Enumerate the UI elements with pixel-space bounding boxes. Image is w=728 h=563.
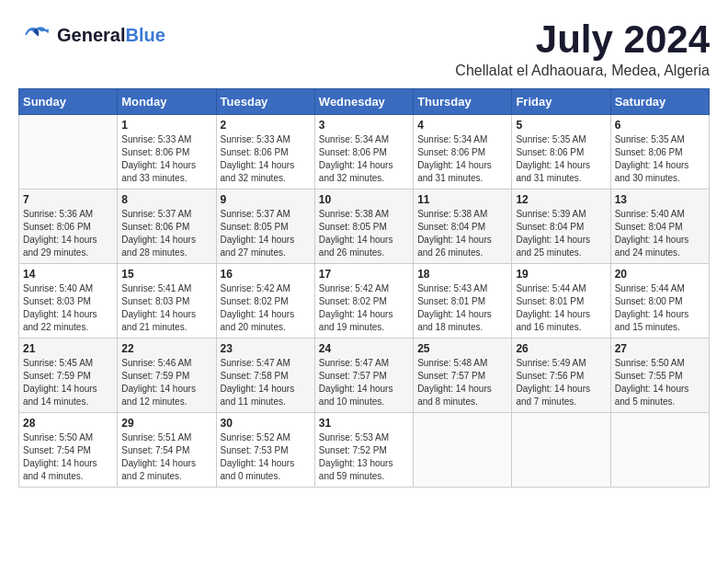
day-info: Sunrise: 5:35 AMSunset: 8:06 PMDaylight:… xyxy=(615,133,705,185)
day-number: 29 xyxy=(121,417,211,430)
calendar-cell: 9Sunrise: 5:37 AMSunset: 8:05 PMDaylight… xyxy=(216,190,314,264)
calendar-week-row: 14Sunrise: 5:40 AMSunset: 8:03 PMDayligh… xyxy=(19,264,710,339)
day-info: Sunrise: 5:44 AMSunset: 8:00 PMDaylight:… xyxy=(615,282,705,334)
day-number: 6 xyxy=(615,119,705,132)
calendar-cell: 28Sunrise: 5:50 AMSunset: 7:54 PMDayligh… xyxy=(19,413,118,488)
calendar-cell: 16Sunrise: 5:42 AMSunset: 8:02 PMDayligh… xyxy=(216,264,314,339)
day-number: 18 xyxy=(417,268,507,281)
day-info: Sunrise: 5:48 AMSunset: 7:57 PMDaylight:… xyxy=(417,357,507,408)
calendar-week-row: 7Sunrise: 5:36 AMSunset: 8:06 PMDaylight… xyxy=(19,190,710,264)
logo-icon xyxy=(18,18,51,52)
day-info: Sunrise: 5:42 AMSunset: 8:02 PMDaylight:… xyxy=(221,282,311,334)
day-number: 10 xyxy=(319,193,409,206)
calendar-cell: 3Sunrise: 5:34 AMSunset: 8:06 PMDaylight… xyxy=(314,115,413,190)
calendar-cell: 26Sunrise: 5:49 AMSunset: 7:56 PMDayligh… xyxy=(512,339,610,413)
logo: GeneralBlue xyxy=(18,18,165,52)
calendar-cell: 17Sunrise: 5:42 AMSunset: 8:02 PMDayligh… xyxy=(314,264,413,339)
calendar-cell: 7Sunrise: 5:36 AMSunset: 8:06 PMDaylight… xyxy=(19,190,118,264)
calendar-cell: 10Sunrise: 5:38 AMSunset: 8:05 PMDayligh… xyxy=(314,190,413,264)
calendar-cell xyxy=(512,413,610,488)
day-number: 20 xyxy=(615,268,705,281)
day-info: Sunrise: 5:33 AMSunset: 8:06 PMDaylight:… xyxy=(121,133,211,185)
day-info: Sunrise: 5:36 AMSunset: 8:06 PMDaylight:… xyxy=(23,208,113,259)
day-info: Sunrise: 5:44 AMSunset: 8:01 PMDaylight:… xyxy=(516,282,606,334)
day-info: Sunrise: 5:42 AMSunset: 8:02 PMDaylight:… xyxy=(319,282,409,334)
calendar-cell: 18Sunrise: 5:43 AMSunset: 8:01 PMDayligh… xyxy=(414,264,512,339)
weekday-header: Saturday xyxy=(610,89,709,115)
day-number: 27 xyxy=(615,342,705,355)
day-number: 13 xyxy=(615,193,705,206)
calendar-cell: 25Sunrise: 5:48 AMSunset: 7:57 PMDayligh… xyxy=(414,339,512,413)
calendar-cell: 6Sunrise: 5:35 AMSunset: 8:06 PMDaylight… xyxy=(610,115,709,190)
day-info: Sunrise: 5:37 AMSunset: 8:06 PMDaylight:… xyxy=(121,208,211,259)
day-info: Sunrise: 5:46 AMSunset: 7:59 PMDaylight:… xyxy=(121,357,211,408)
calendar-table: SundayMondayTuesdayWednesdayThursdayFrid… xyxy=(18,88,710,488)
day-info: Sunrise: 5:39 AMSunset: 8:04 PMDaylight:… xyxy=(516,208,606,259)
day-info: Sunrise: 5:50 AMSunset: 7:54 PMDaylight:… xyxy=(23,431,113,483)
day-info: Sunrise: 5:47 AMSunset: 7:58 PMDaylight:… xyxy=(221,357,311,408)
calendar-cell: 11Sunrise: 5:38 AMSunset: 8:04 PMDayligh… xyxy=(414,190,512,264)
calendar-cell xyxy=(19,115,118,190)
day-info: Sunrise: 5:50 AMSunset: 7:55 PMDaylight:… xyxy=(615,357,705,408)
calendar-cell: 24Sunrise: 5:47 AMSunset: 7:57 PMDayligh… xyxy=(314,339,413,413)
day-number: 11 xyxy=(417,193,507,206)
calendar-cell: 13Sunrise: 5:40 AMSunset: 8:04 PMDayligh… xyxy=(610,190,709,264)
calendar-cell xyxy=(610,413,709,488)
weekday-header: Monday xyxy=(118,89,216,115)
calendar-cell: 1Sunrise: 5:33 AMSunset: 8:06 PMDaylight… xyxy=(118,115,216,190)
weekday-header: Tuesday xyxy=(216,89,314,115)
day-number: 3 xyxy=(319,119,409,132)
calendar-cell xyxy=(414,413,512,488)
day-info: Sunrise: 5:40 AMSunset: 8:03 PMDaylight:… xyxy=(23,282,113,334)
day-info: Sunrise: 5:43 AMSunset: 8:01 PMDaylight:… xyxy=(417,282,507,334)
calendar-cell: 21Sunrise: 5:45 AMSunset: 7:59 PMDayligh… xyxy=(19,339,118,413)
calendar-week-row: 21Sunrise: 5:45 AMSunset: 7:59 PMDayligh… xyxy=(19,339,710,413)
day-number: 16 xyxy=(221,268,311,281)
day-info: Sunrise: 5:38 AMSunset: 8:05 PMDaylight:… xyxy=(319,208,409,259)
day-number: 15 xyxy=(121,268,211,281)
day-number: 30 xyxy=(221,417,311,430)
calendar-cell: 8Sunrise: 5:37 AMSunset: 8:06 PMDaylight… xyxy=(118,190,216,264)
page-header: GeneralBlue July 2024 Chellalat el Adhao… xyxy=(18,18,710,79)
day-number: 24 xyxy=(319,342,409,355)
day-info: Sunrise: 5:53 AMSunset: 7:52 PMDaylight:… xyxy=(319,431,409,483)
day-number: 14 xyxy=(23,268,113,281)
day-number: 7 xyxy=(23,193,113,206)
day-number: 4 xyxy=(417,119,507,132)
day-info: Sunrise: 5:34 AMSunset: 8:06 PMDaylight:… xyxy=(319,133,409,185)
calendar-cell: 20Sunrise: 5:44 AMSunset: 8:00 PMDayligh… xyxy=(610,264,709,339)
day-number: 12 xyxy=(516,193,606,206)
day-info: Sunrise: 5:38 AMSunset: 8:04 PMDaylight:… xyxy=(417,208,507,259)
day-number: 31 xyxy=(319,417,409,430)
location: Chellalat el Adhaouara, Medea, Algeria xyxy=(455,63,710,79)
calendar-cell: 31Sunrise: 5:53 AMSunset: 7:52 PMDayligh… xyxy=(314,413,413,488)
day-info: Sunrise: 5:45 AMSunset: 7:59 PMDaylight:… xyxy=(23,357,113,408)
day-info: Sunrise: 5:52 AMSunset: 7:53 PMDaylight:… xyxy=(221,431,311,483)
calendar-week-row: 1Sunrise: 5:33 AMSunset: 8:06 PMDaylight… xyxy=(19,115,710,190)
calendar-cell: 5Sunrise: 5:35 AMSunset: 8:06 PMDaylight… xyxy=(512,115,610,190)
day-number: 21 xyxy=(23,342,113,355)
day-info: Sunrise: 5:33 AMSunset: 8:06 PMDaylight:… xyxy=(221,133,311,185)
calendar-cell: 14Sunrise: 5:40 AMSunset: 8:03 PMDayligh… xyxy=(19,264,118,339)
day-number: 2 xyxy=(221,119,311,132)
day-number: 9 xyxy=(221,193,311,206)
day-number: 26 xyxy=(516,342,606,355)
calendar-cell: 2Sunrise: 5:33 AMSunset: 8:06 PMDaylight… xyxy=(216,115,314,190)
day-info: Sunrise: 5:35 AMSunset: 8:06 PMDaylight:… xyxy=(516,133,606,185)
day-info: Sunrise: 5:47 AMSunset: 7:57 PMDaylight:… xyxy=(319,357,409,408)
weekday-header-row: SundayMondayTuesdayWednesdayThursdayFrid… xyxy=(19,89,710,115)
calendar-cell: 29Sunrise: 5:51 AMSunset: 7:54 PMDayligh… xyxy=(118,413,216,488)
calendar-cell: 12Sunrise: 5:39 AMSunset: 8:04 PMDayligh… xyxy=(512,190,610,264)
calendar-cell: 27Sunrise: 5:50 AMSunset: 7:55 PMDayligh… xyxy=(610,339,709,413)
day-info: Sunrise: 5:37 AMSunset: 8:05 PMDaylight:… xyxy=(221,208,311,259)
weekday-header: Thursday xyxy=(414,89,512,115)
day-info: Sunrise: 5:49 AMSunset: 7:56 PMDaylight:… xyxy=(516,357,606,408)
weekday-header: Friday xyxy=(512,89,610,115)
calendar-cell: 23Sunrise: 5:47 AMSunset: 7:58 PMDayligh… xyxy=(216,339,314,413)
day-number: 8 xyxy=(121,193,211,206)
weekday-header: Sunday xyxy=(19,89,118,115)
day-number: 17 xyxy=(319,268,409,281)
day-info: Sunrise: 5:40 AMSunset: 8:04 PMDaylight:… xyxy=(615,208,705,259)
day-number: 23 xyxy=(221,342,311,355)
calendar-cell: 15Sunrise: 5:41 AMSunset: 8:03 PMDayligh… xyxy=(118,264,216,339)
